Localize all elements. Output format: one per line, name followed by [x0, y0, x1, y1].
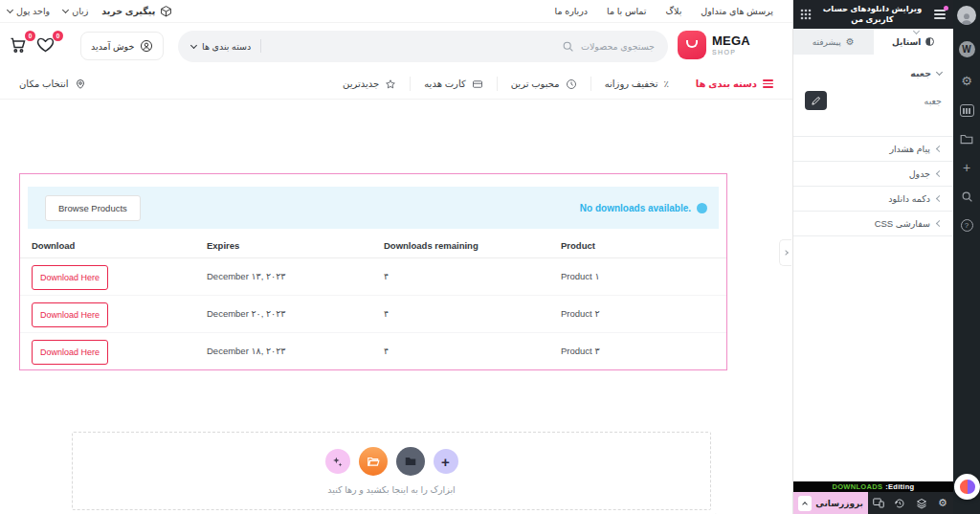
library-menu-item[interactable] — [960, 133, 973, 145]
nav-newest[interactable]: جدیدترین — [329, 77, 410, 91]
product-value: Product ۳ — [561, 346, 599, 356]
section-table[interactable]: جدول — [793, 162, 953, 187]
col-expires: Expires — [207, 240, 239, 251]
history-button[interactable] — [893, 498, 906, 509]
nav-most-popular[interactable]: محبوب ترین — [497, 77, 590, 91]
browse-products-button[interactable]: Browse Products — [45, 195, 141, 221]
select-location[interactable]: انتخاب مکان — [19, 78, 86, 90]
tab-style[interactable]: استایل — [874, 29, 954, 55]
product-value: Product ۱ — [561, 271, 599, 281]
remaining-value: ۴ — [384, 271, 389, 281]
panel-header: ویرایش دانلودهای حساب کاربری من — [793, 0, 953, 29]
saved-templates-button[interactable] — [396, 447, 425, 476]
site-logo[interactable]: MEGA SHOP — [678, 31, 750, 59]
responsive-mode-button[interactable] — [872, 498, 885, 508]
welcome-button[interactable]: خوش آمدید — [80, 32, 164, 60]
search-input[interactable]: جستجوی محصولات — [562, 40, 655, 53]
section-custom-css[interactable]: CSS سفارشی — [793, 212, 953, 236]
downloads-table-header: Download Expires Downloads remaining Pro… — [20, 234, 726, 258]
download-here-button[interactable]: Download Here — [32, 302, 108, 327]
footer-tools: ⚙ — [868, 492, 953, 514]
link-contact[interactable]: تماس با ما — [607, 6, 646, 16]
remaining-value: ۴ — [384, 308, 389, 319]
chevron-down-icon — [62, 7, 69, 13]
folder-icon — [960, 133, 973, 145]
select-location-label: انتخاب مکان — [19, 78, 69, 89]
user-avatar[interactable] — [957, 6, 976, 25]
wishlist-button[interactable]: 0 — [35, 34, 58, 57]
cart-button[interactable]: 0 — [8, 34, 31, 57]
plugin-icon — [960, 104, 974, 117]
settings-menu-item[interactable]: ⚙ — [961, 74, 972, 88]
link-about[interactable]: درباره ما — [555, 6, 589, 16]
link-blog[interactable]: بلاگ — [666, 6, 682, 16]
editing-status-bar: DOWNLOADS :Editing — [793, 481, 953, 492]
ai-sparkle-button[interactable] — [325, 449, 350, 474]
nav-daily-deals-label: تخفیف روزانه — [605, 78, 658, 89]
nav-daily-deals[interactable]: ٪ تخفیف روزانه — [590, 77, 682, 91]
nav-menu: دسته بندی ها ٪ تخفیف روزانه محبوب ترین ک… — [329, 69, 773, 99]
chevron-down-icon — [190, 42, 197, 49]
col-remaining: Downloads remaining — [384, 240, 479, 251]
page-content: Browse Products No downloads available. … — [0, 100, 792, 514]
template-library-button[interactable] — [359, 447, 388, 476]
section-download-button[interactable]: دکمه دانلود — [793, 187, 953, 212]
settings-button[interactable]: ⚙ — [936, 497, 949, 509]
download-here-button[interactable]: Download Here — [32, 340, 108, 365]
app-root: پیگیری خرید زبان واحد پول درباره ما تماس… — [0, 0, 980, 514]
panel-footer: بروزرسانی ⚙ — [793, 492, 953, 514]
add-widget-button[interactable]: + — [434, 449, 458, 474]
search-menu-item[interactable] — [961, 190, 973, 203]
devices-icon — [873, 498, 884, 508]
table-row: Download Here December ۱۸, ۲۰۲۳ ۴ Produc… — [20, 333, 726, 370]
help-menu-item[interactable]: ? — [961, 219, 973, 232]
section-label: جدول — [909, 168, 930, 179]
logo-name: MEGA — [712, 34, 750, 47]
language-dropdown[interactable]: زبان — [63, 6, 88, 16]
section-label: دکمه دانلود — [888, 193, 930, 204]
chevron-down-icon — [936, 69, 943, 76]
nav-gift-card-label: کارت هدیه — [424, 78, 466, 89]
search-bar: دسته بندی ها جستجوی محصولات — [178, 31, 668, 62]
download-here-button[interactable]: Download Here — [32, 265, 108, 290]
section-alert-message[interactable]: پیام هشدار — [793, 137, 953, 162]
nav-gift-card[interactable]: کارت هدیه — [410, 77, 497, 91]
utility-bar: پیگیری خرید زبان واحد پول درباره ما تماس… — [0, 0, 792, 23]
update-options-button[interactable] — [798, 496, 812, 511]
style-icon — [925, 37, 934, 46]
currency-dropdown[interactable]: واحد پول — [8, 6, 50, 16]
link-faq[interactable]: پرسش های متداول — [701, 6, 773, 16]
update-button[interactable]: بروزرسانی — [815, 499, 863, 508]
chevron-left-icon — [936, 170, 943, 177]
wordpress-menu-item[interactable]: W — [959, 41, 975, 57]
expires-value: December ۲۰, ۲۰۲۳ — [207, 308, 285, 319]
add-new-menu-item[interactable]: + — [963, 161, 970, 174]
sparkles-icon — [331, 456, 344, 468]
cart-badge: 0 — [25, 31, 35, 41]
logo-subtitle: SHOP — [712, 49, 750, 56]
col-product: Product — [561, 240, 595, 251]
folder-open-icon — [367, 455, 380, 468]
ai-assistant-button[interactable] — [954, 474, 980, 500]
structure-button[interactable] — [915, 498, 928, 509]
nav-categories[interactable]: دسته بندی ها — [682, 77, 773, 91]
section-box-header[interactable]: جعبه — [793, 60, 953, 86]
downloads-widget[interactable]: Browse Products No downloads available. … — [19, 173, 727, 370]
plugin-menu-item[interactable] — [960, 104, 974, 117]
search-placeholder: جستجوی محصولات — [581, 41, 655, 52]
percent-icon: ٪ — [663, 78, 668, 89]
track-order-link[interactable]: پیگیری خرید — [101, 5, 172, 17]
tab-advanced[interactable]: ⚙ پیشرفته — [793, 29, 874, 55]
widget-dropzone[interactable]: + ابزارک را به اینجا بکشید و رها کنید — [72, 432, 711, 510]
chevron-left-icon — [936, 145, 943, 152]
folder-icon — [404, 455, 417, 468]
style-indicator-chip[interactable] — [805, 91, 827, 110]
nav-newest-label: جدیدترین — [343, 78, 379, 89]
history-icon — [894, 498, 905, 509]
apps-grid-icon[interactable] — [800, 9, 812, 20]
col-download: Download — [32, 240, 75, 251]
panel-menu-button[interactable] — [933, 7, 947, 22]
search-categories-select[interactable]: دسته بندی ها — [191, 41, 251, 52]
panel-collapse-handle[interactable] — [779, 239, 791, 266]
info-icon — [697, 203, 707, 213]
